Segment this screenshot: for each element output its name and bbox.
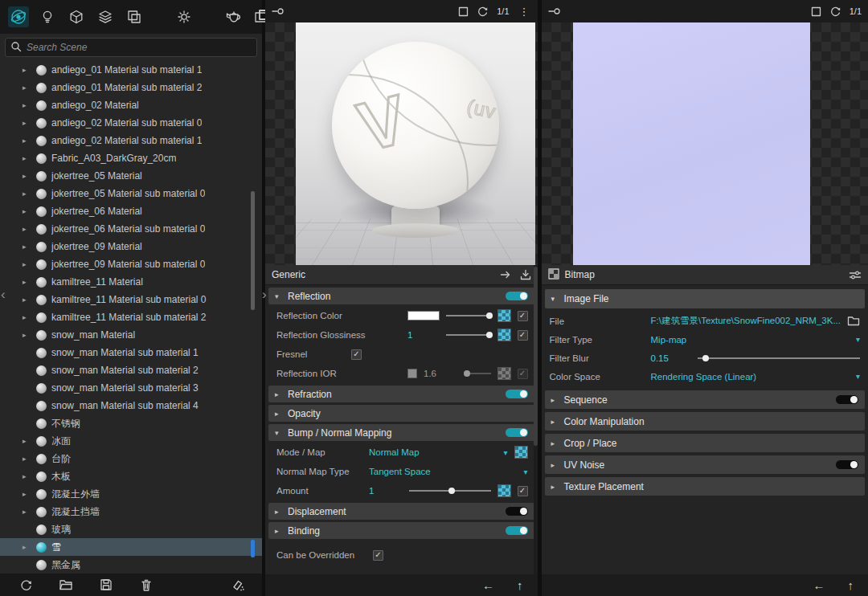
- expand-arrow-icon[interactable]: ▸: [23, 473, 31, 480]
- reflection-color-texture-slot[interactable]: [497, 309, 511, 322]
- list-item[interactable]: ▸andiego_01 Material sub material 2: [0, 79, 262, 96]
- expand-arrow-icon[interactable]: ▸: [23, 438, 31, 445]
- ior-lock-swatch[interactable]: [407, 369, 417, 378]
- list-item[interactable]: ▸混凝土外墙: [0, 485, 262, 503]
- options-sliders-icon[interactable]: [849, 270, 862, 280]
- more-menu-icon[interactable]: ⋮: [518, 6, 531, 18]
- list-item[interactable]: ▸jokertree_05 Material: [0, 167, 262, 185]
- list-item[interactable]: ▸台阶: [0, 450, 262, 467]
- bump-texture-slot[interactable]: [514, 446, 528, 459]
- list-item[interactable]: ▸木板: [0, 467, 262, 485]
- delete-icon[interactable]: [138, 577, 154, 593]
- section-sequence[interactable]: ▸ Sequence: [545, 390, 865, 409]
- list-item[interactable]: ▸冰面: [0, 432, 262, 450]
- up-arrow-icon[interactable]: ↑: [848, 579, 854, 591]
- param-value[interactable]: 1.6: [424, 369, 457, 378]
- section-bump-normal-mapping[interactable]: ▾ Bump / Normal Mapping: [268, 424, 534, 441]
- reflection-ior-slider[interactable]: [464, 368, 491, 379]
- expand-arrow-icon[interactable]: ▸: [23, 155, 31, 162]
- expand-arrow-icon[interactable]: ▸: [23, 173, 31, 180]
- binding-toggle[interactable]: [506, 526, 528, 535]
- section-displacement[interactable]: ▸ Displacement: [268, 503, 534, 520]
- filter-type-dropdown[interactable]: Mip-map ▾: [651, 335, 860, 345]
- list-item[interactable]: ▸jokertree_09 Material sub material 0: [0, 255, 262, 273]
- list-item[interactable]: ▸andiego_02 Material: [0, 96, 262, 114]
- expand-arrow-icon[interactable]: ▸: [23, 67, 31, 74]
- list-item[interactable]: ▸andiego_01 Material sub material 1: [0, 61, 262, 79]
- reflection-color-slider[interactable]: [446, 310, 491, 321]
- panel-icon[interactable]: [811, 6, 821, 17]
- list-item[interactable]: ▸jokertree_05 Material sub material 0: [0, 185, 262, 202]
- list-item[interactable]: ▸andiego_02 Material sub material 0: [0, 114, 262, 132]
- expand-arrow-icon[interactable]: ▸: [23, 491, 31, 498]
- reflection-ior-checkbox[interactable]: ✓: [518, 369, 528, 379]
- expand-arrow-icon[interactable]: ▸: [23, 508, 31, 516]
- collapse-panel-right-icon[interactable]: ›: [262, 288, 267, 301]
- settings-gear-icon[interactable]: [174, 6, 194, 27]
- can-be-overridden-checkbox[interactable]: ✓: [373, 550, 383, 561]
- save-icon[interactable]: [98, 577, 114, 593]
- expand-arrow-icon[interactable]: ▸: [23, 314, 31, 321]
- fresnel-checkbox[interactable]: ✓: [351, 349, 362, 360]
- section-texture-placement[interactable]: ▸ Texture Placement: [545, 477, 865, 496]
- section-crop-place[interactable]: ▸ Crop / Place: [545, 434, 865, 452]
- reflection-glossiness-texture-slot[interactable]: [497, 329, 511, 341]
- textures-icon[interactable]: [124, 6, 145, 27]
- list-item[interactable]: ▸kamiltree_11 Material sub material 2: [0, 308, 262, 326]
- expand-arrow-icon[interactable]: ▸: [23, 243, 31, 251]
- bump-toggle[interactable]: [506, 428, 528, 437]
- list-item[interactable]: snow_man Material sub material 4: [0, 397, 262, 414]
- list-item[interactable]: ▸snow_man Material: [0, 326, 262, 344]
- materials-icon[interactable]: [8, 6, 29, 27]
- up-arrow-icon[interactable]: ↑: [517, 579, 523, 591]
- reflection-color-swatch[interactable]: [407, 311, 440, 320]
- expand-arrow-icon[interactable]: ▸: [23, 137, 31, 145]
- params-scrollbar[interactable]: [534, 265, 538, 574]
- expand-arrow-icon[interactable]: ▸: [23, 296, 31, 304]
- expand-arrow-icon[interactable]: ▸: [23, 332, 31, 339]
- param-value[interactable]: 0.15: [651, 353, 691, 363]
- texture-preview[interactable]: [542, 22, 868, 265]
- section-opacity[interactable]: ▸ Opacity: [268, 405, 534, 422]
- param-value[interactable]: 1: [407, 330, 440, 340]
- back-arrow-icon[interactable]: ←: [813, 579, 825, 591]
- amount-slider[interactable]: [409, 485, 491, 496]
- list-item[interactable]: ▸混凝土挡墙: [0, 503, 262, 520]
- slot-connector-icon[interactable]: [548, 6, 561, 17]
- browse-folder-icon[interactable]: [847, 316, 860, 326]
- open-folder-icon[interactable]: [58, 577, 74, 593]
- amount-texture-slot[interactable]: [497, 484, 511, 497]
- lights-icon[interactable]: [37, 6, 58, 27]
- goto-slot-icon[interactable]: [500, 270, 512, 280]
- expand-arrow-icon[interactable]: ▸: [23, 102, 31, 109]
- geometry-icon[interactable]: [66, 6, 87, 27]
- section-refraction[interactable]: ▸ Refraction: [268, 386, 534, 402]
- color-space-dropdown[interactable]: Rendering Space (Linear) ▾: [651, 372, 860, 382]
- save-material-icon[interactable]: [520, 269, 531, 280]
- reflection-ior-texture-slot[interactable]: [497, 367, 511, 380]
- slot-connector-icon[interactable]: [272, 6, 285, 17]
- amount-checkbox[interactable]: ✓: [518, 486, 528, 496]
- sequence-toggle[interactable]: [836, 395, 858, 404]
- expand-arrow-icon[interactable]: ▸: [23, 208, 31, 215]
- expand-arrow-icon[interactable]: ▸: [23, 226, 31, 233]
- list-item[interactable]: snow_man Material sub material 1: [0, 344, 262, 361]
- list-item[interactable]: ▸雪: [0, 538, 262, 556]
- file-path-value[interactable]: F:\建筑雪景\Texture\SnowFine002_NRM_3K...: [651, 315, 841, 327]
- refresh-icon[interactable]: [18, 577, 34, 593]
- scrollbar-thumb[interactable]: [251, 191, 255, 310]
- list-item[interactable]: snow_man Material sub material 2: [0, 361, 262, 379]
- list-item[interactable]: ▸kamiltree_11 Material: [0, 273, 262, 291]
- list-item[interactable]: ▸kamiltree_11 Material sub material 0: [0, 291, 262, 308]
- expand-arrow-icon[interactable]: ▸: [23, 544, 31, 551]
- expand-arrow-icon[interactable]: ▸: [23, 120, 31, 127]
- expand-arrow-icon[interactable]: ▸: [23, 279, 31, 286]
- normal-map-type-dropdown[interactable]: Tangent Space ▾: [369, 467, 528, 476]
- uv-noise-toggle[interactable]: [836, 460, 858, 469]
- back-arrow-icon[interactable]: ←: [482, 579, 494, 591]
- material-preview[interactable]: V (uv: [265, 22, 538, 265]
- list-item[interactable]: 黑金属: [0, 556, 262, 574]
- list-item[interactable]: ▸jokertree_06 Material sub material 0: [0, 220, 262, 238]
- expand-arrow-icon[interactable]: ▸: [23, 190, 31, 198]
- filter-blur-slider[interactable]: [698, 353, 860, 364]
